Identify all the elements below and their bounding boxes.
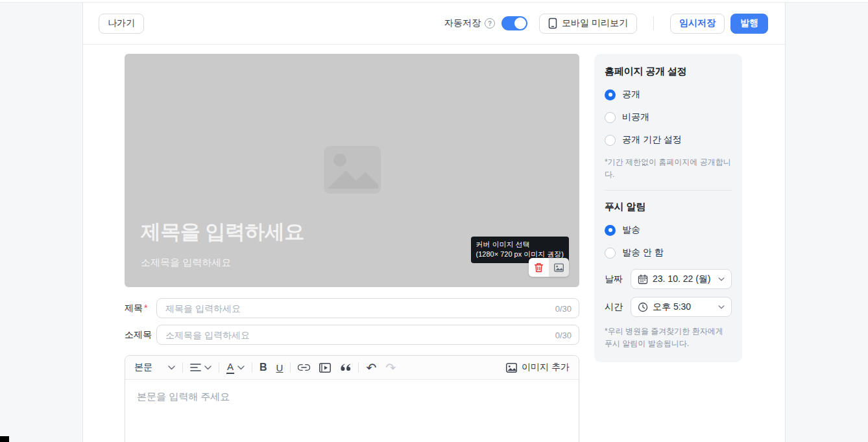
subtitle-input[interactable] <box>156 325 579 345</box>
add-image-button[interactable]: 이미지 추가 <box>506 362 570 373</box>
trash-icon <box>534 262 544 273</box>
title-field-label: 제목* <box>125 303 156 314</box>
topbar: 나가기 자동저장 ? 모바일 미리보기 임시저장 발행 <box>83 2 785 45</box>
clock-icon <box>638 302 648 312</box>
radio-option-public[interactable]: 공개 <box>605 89 732 100</box>
chevron-down-icon <box>204 366 211 370</box>
screen-corner-artifact <box>0 436 9 442</box>
date-select[interactable]: 23. 10. 22 (월) <box>631 269 732 289</box>
push-schedule-group: 날짜 23. 10. 22 (월) <box>605 269 732 317</box>
paragraph-style-value: 본문 <box>134 362 152 373</box>
editor-column: 제목을 입력하세요 소제목을 입력하세요 커버 이미지 선택 (1280× 72… <box>125 54 579 442</box>
temp-save-button[interactable]: 임시저장 <box>670 14 725 34</box>
chevron-down-icon <box>237 366 245 370</box>
toolbar-divider <box>182 362 183 373</box>
underline-button[interactable]: U <box>276 362 283 373</box>
radio-label: 공개 기간 설정 <box>622 134 682 146</box>
image-icon <box>506 363 517 373</box>
image-icon <box>554 263 564 272</box>
image-placeholder-icon <box>321 143 383 196</box>
radio-selected-icon <box>605 225 616 236</box>
publish-button[interactable]: 발행 <box>730 14 768 34</box>
autosave-label: 자동저장 <box>444 17 481 29</box>
cover-title-placeholder[interactable]: 제목을 입력하세요 <box>141 218 304 246</box>
cover-image-area[interactable]: 제목을 입력하세요 소제목을 입력하세요 커버 이미지 선택 (1280× 72… <box>125 54 579 287</box>
subtitle-label-text: 소제목 <box>125 329 152 340</box>
quote-button[interactable] <box>340 364 351 371</box>
date-row: 날짜 23. 10. 22 (월) <box>605 269 732 289</box>
radio-option-send[interactable]: 발송 <box>605 224 732 236</box>
subtitle-field-label: 소제목 <box>125 329 156 341</box>
radio-option-no-send[interactable]: 발송 안 함 <box>605 247 732 259</box>
chevron-down-icon <box>718 305 725 309</box>
cover-tooltip-line1: 커버 이미지 선택 <box>476 240 564 250</box>
subtitle-char-counter: 0/30 <box>555 330 572 340</box>
editor-toolbar: 본문 <box>125 356 579 380</box>
chevron-down-icon <box>718 277 725 281</box>
rich-text-editor: 본문 <box>125 355 579 442</box>
chevron-down-icon <box>168 366 175 370</box>
cover-subtitle-placeholder[interactable]: 소제목을 입력하세요 <box>141 257 231 269</box>
change-cover-button[interactable] <box>549 258 569 277</box>
subtitle-input-wrap: 0/30 <box>156 325 579 345</box>
bold-button[interactable]: B <box>259 362 267 373</box>
radio-unselected-icon <box>605 248 616 259</box>
paragraph-style-select[interactable]: 본문 <box>134 362 175 373</box>
time-value: 오후 5:30 <box>653 301 714 313</box>
title-input[interactable] <box>156 298 579 318</box>
undo-button[interactable]: ↶ <box>366 362 376 374</box>
text-color-icon: A <box>226 361 234 373</box>
main-area: 제목을 입력하세요 소제목을 입력하세요 커버 이미지 선택 (1280× 72… <box>83 45 785 442</box>
required-asterisk: * <box>144 303 147 313</box>
editor-body[interactable]: 본문을 입력해 주세요 <box>125 380 579 442</box>
topbar-divider <box>653 16 654 30</box>
radio-option-scheduled[interactable]: 공개 기간 설정 <box>605 134 732 146</box>
exit-button[interactable]: 나가기 <box>99 14 144 34</box>
radio-selected-icon <box>605 89 616 100</box>
radio-label: 비공개 <box>622 111 649 123</box>
subtitle-field-row: 소제목 0/30 <box>125 325 579 345</box>
radio-label: 발송 <box>622 224 640 236</box>
date-value: 23. 10. 22 (월) <box>653 273 714 285</box>
radio-label: 공개 <box>622 89 640 100</box>
radio-unselected-icon <box>605 112 616 123</box>
phone-icon <box>548 17 557 29</box>
link-button[interactable] <box>298 364 310 371</box>
date-label: 날짜 <box>605 273 631 285</box>
title-input-wrap: 0/30 <box>156 298 579 318</box>
toolbar-divider <box>290 362 291 373</box>
radio-label: 발송 안 함 <box>622 247 664 259</box>
redo-button[interactable]: ↷ <box>385 362 396 374</box>
toggle-knob <box>514 17 526 29</box>
toolbar-divider <box>358 362 359 373</box>
time-label: 시간 <box>605 301 631 313</box>
mobile-preview-label: 모바일 미리보기 <box>562 17 628 29</box>
visibility-note: *기간 제한없이 홈페이지에 공개합니다. <box>605 156 732 180</box>
time-select[interactable]: 오후 5:30 <box>631 297 732 317</box>
page-gutter-right <box>785 2 868 442</box>
delete-cover-button[interactable] <box>529 258 549 277</box>
radio-unselected-icon <box>605 135 616 146</box>
time-row: 시간 오후 5:30 <box>605 297 732 317</box>
autosave-control: 자동저장 ? <box>444 17 495 29</box>
autosave-toggle[interactable] <box>501 16 527 30</box>
cover-action-group <box>529 258 569 277</box>
app-screen: 나가기 자동저장 ? 모바일 미리보기 임시저장 발행 <box>0 0 868 442</box>
title-label-text: 제목 <box>125 303 143 313</box>
radio-option-private[interactable]: 비공개 <box>605 111 732 123</box>
text-color-select[interactable]: A <box>226 361 245 373</box>
mobile-preview-button[interactable]: 모바일 미리보기 <box>539 14 637 34</box>
page-gutter-left <box>0 2 83 442</box>
align-select[interactable] <box>190 363 211 372</box>
help-icon[interactable]: ? <box>485 18 495 29</box>
video-button[interactable] <box>319 363 331 373</box>
align-left-icon <box>190 363 201 372</box>
title-char-counter: 0/30 <box>555 303 572 313</box>
calendar-icon <box>638 274 648 285</box>
add-image-label: 이미지 추가 <box>522 362 570 373</box>
push-section-title: 푸시 알림 <box>605 201 732 213</box>
visibility-section-title: 홈페이지 공개 설정 <box>605 65 732 78</box>
sidebar-divider <box>605 190 732 191</box>
push-note: *우리 병원을 즐겨찾기한 환자에게 푸시 알림이 발송됩니다. <box>605 325 732 349</box>
toolbar-divider <box>252 362 252 373</box>
